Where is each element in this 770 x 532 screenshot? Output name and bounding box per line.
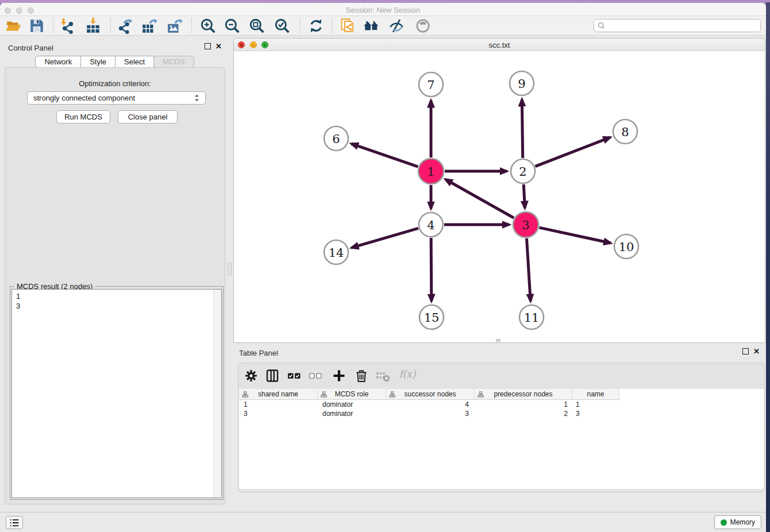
import-table-icon[interactable] — [85, 18, 101, 34]
panel-splitter-grip[interactable] — [228, 263, 232, 275]
delete-column-icon[interactable] — [354, 368, 369, 383]
close-table-panel-icon[interactable]: ✕ — [753, 348, 760, 354]
table-cell[interactable]: 4 — [386, 400, 475, 409]
column-header-MCDS-role[interactable]: MCDS role — [318, 389, 386, 400]
float-table-panel-icon[interactable] — [742, 348, 749, 354]
mcds-result-line: 1 — [16, 291, 221, 301]
tab-network[interactable]: Network — [35, 56, 81, 68]
mcds-result-text[interactable]: 13 — [11, 289, 222, 498]
mcds-result-group: MCDS result (2 nodes) 13 — [10, 286, 224, 500]
edge-3-11[interactable] — [526, 238, 530, 301]
zoom-fit-icon[interactable] — [249, 18, 265, 34]
export-image-icon[interactable] — [167, 18, 183, 34]
edge-2-9[interactable] — [522, 99, 522, 158]
control-panel-tabs: NetworkStyleSelectMCDS — [3, 56, 226, 68]
main-toolbar — [0, 16, 766, 36]
column-header-shared-name[interactable]: shared name — [239, 389, 318, 400]
settings-icon[interactable] — [244, 368, 259, 383]
tab-select[interactable]: Select — [115, 56, 154, 68]
edge-4-14[interactable] — [352, 228, 418, 248]
mcds-result-lines: 13 — [16, 291, 221, 311]
column-header-name[interactable]: name — [572, 389, 619, 400]
edge-1-6[interactable] — [351, 144, 418, 167]
control-panel-title: Control Panel — [8, 44, 53, 52]
refresh-icon[interactable] — [308, 18, 324, 34]
tab-mcds[interactable]: MCDS — [153, 56, 194, 68]
zoom-in-icon[interactable] — [200, 18, 216, 34]
select-all-icon[interactable] — [287, 368, 302, 383]
table-cell[interactable]: 3 — [239, 409, 318, 418]
export-network-icon[interactable] — [117, 18, 133, 34]
status-bar: Memory — [0, 512, 766, 532]
column-header-predecessor-nodes[interactable]: predecessor nodes — [475, 389, 572, 400]
result-scrollbar[interactable] — [213, 290, 221, 498]
column-header-successor-nodes[interactable]: successor nodes — [386, 389, 475, 400]
mcds-result-line: 3 — [16, 301, 221, 311]
canvas-grip[interactable] — [496, 339, 500, 342]
zoom-out-icon[interactable] — [224, 18, 240, 34]
edge-4-15[interactable] — [431, 238, 432, 301]
table-row[interactable]: 3dominator323 — [239, 409, 764, 418]
table-cell[interactable]: dominator — [318, 400, 386, 409]
deselect-all-icon[interactable] — [308, 368, 323, 383]
column-selector-icon[interactable] — [265, 368, 280, 383]
function-builder-icon: f(x) — [396, 368, 419, 383]
search-box[interactable] — [594, 19, 761, 32]
save-icon[interactable] — [29, 18, 45, 34]
network-window-titlebar: ✕ − + scc.txt — [234, 38, 765, 51]
table-cell[interactable]: 1 — [572, 400, 619, 409]
zoom-selected-icon[interactable] — [274, 18, 290, 34]
memory-button[interactable]: Memory — [714, 515, 761, 529]
control-panel: Control Panel ✕ NetworkStyleSelectMCDS O… — [3, 38, 226, 508]
titlebar: Session: New Session — [0, 3, 766, 16]
open-icon[interactable] — [6, 18, 22, 34]
column-header-filler — [619, 389, 764, 400]
node-label-8: 8 — [621, 125, 629, 139]
toolbar-divider — [191, 18, 192, 33]
hide-graphics-details-icon[interactable] — [388, 18, 405, 34]
edge-3-1[interactable] — [445, 179, 514, 218]
network-from-document-icon[interactable] — [340, 18, 356, 34]
close-panel-button[interactable]: Close panel — [118, 110, 178, 124]
app-window: Session: New Session — [0, 3, 766, 532]
memory-status-icon — [721, 519, 727, 526]
import-network-icon[interactable] — [59, 18, 75, 34]
node-label-1: 1 — [427, 165, 434, 179]
table-cell[interactable]: 3 — [572, 409, 619, 418]
chevron-up-down-icon — [194, 94, 199, 102]
tab-style[interactable]: Style — [80, 56, 116, 68]
network-window-title: scc.txt — [234, 41, 765, 49]
edge-2-8[interactable] — [535, 137, 610, 167]
close-panel-icon[interactable]: ✕ — [215, 43, 222, 49]
control-panel-body: Optimization criterion: strongly connect… — [5, 67, 225, 504]
table-row[interactable]: 1dominator411 — [239, 400, 764, 409]
table-toolbar: f(x) — [238, 363, 764, 388]
node-label-10: 10 — [619, 240, 634, 254]
list-icon — [9, 518, 20, 527]
optimization-criterion-select[interactable]: strongly connected component — [27, 91, 206, 105]
node-label-11: 11 — [524, 311, 540, 325]
task-history-button[interactable] — [6, 516, 23, 529]
search-input[interactable] — [607, 22, 760, 30]
table-cell[interactable]: 1 — [239, 400, 318, 409]
add-column-icon[interactable] — [332, 368, 346, 383]
node-table[interactable]: shared nameMCDS rolesuccessor nodesprede… — [239, 389, 764, 489]
table-cell[interactable]: 3 — [386, 409, 475, 418]
network-canvas[interactable]: 7968124314101511 — [234, 51, 765, 342]
table-cell[interactable]: dominator — [318, 409, 386, 418]
memory-label: Memory — [730, 518, 755, 526]
clear-table-icon — [375, 368, 390, 383]
edge-3-10[interactable] — [539, 228, 610, 243]
edge-2-3[interactable] — [523, 184, 525, 208]
network-graph[interactable]: 7968124314101511 — [234, 51, 765, 342]
home-icon[interactable] — [363, 18, 379, 34]
toolbar-divider — [53, 18, 53, 33]
table-cell[interactable]: 1 — [475, 400, 572, 409]
float-panel-icon[interactable] — [205, 43, 211, 49]
run-mcds-button[interactable]: Run MCDS — [56, 110, 110, 124]
optimization-criterion-label: Optimization criterion: — [5, 79, 225, 88]
table-cell[interactable]: 2 — [475, 409, 572, 418]
table-header-row: shared nameMCDS rolesuccessor nodesprede… — [239, 389, 764, 400]
export-table-icon[interactable] — [141, 18, 157, 34]
birdseye-view-icon[interactable] — [415, 18, 431, 34]
